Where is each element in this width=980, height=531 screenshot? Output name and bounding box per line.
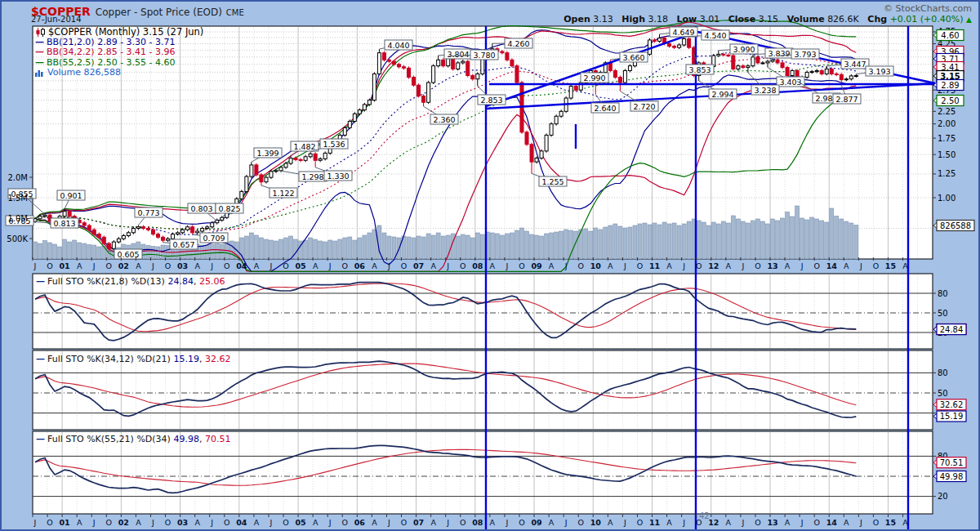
svg-text:0.803: 0.803 [190, 204, 212, 213]
sto3-swatch: — [36, 434, 45, 444]
svg-text:4.60: 4.60 [941, 31, 959, 40]
svg-text:J: J [33, 261, 37, 270]
svg-text:1.50: 1.50 [938, 150, 956, 159]
svg-text:A: A [608, 518, 613, 527]
svg-text:03: 03 [177, 518, 188, 527]
svg-text:1.399: 1.399 [256, 149, 278, 158]
svg-text:A: A [726, 261, 732, 270]
svg-text:1.255: 1.255 [541, 177, 564, 186]
svg-text:O: O [401, 261, 407, 270]
chart-canvas: 0.8550.9010.7850.8130.7730.6050.6570.709… [2, 2, 980, 531]
svg-text:A: A [372, 261, 377, 270]
svg-text:A: A [902, 261, 908, 270]
svg-text:O: O [873, 261, 879, 270]
svg-text:J: J [151, 261, 154, 270]
svg-text:02: 02 [118, 518, 129, 527]
svg-text:2.994: 2.994 [711, 90, 733, 99]
svg-text:1.330: 1.330 [327, 172, 349, 181]
up-arrow-icon: ▲ [966, 16, 972, 24]
svg-text:O: O [342, 261, 348, 270]
svg-text:O: O [755, 261, 760, 270]
svg-text:O: O [637, 518, 643, 527]
svg-text:3.193: 3.193 [868, 67, 890, 76]
svg-text:80: 80 [938, 368, 948, 377]
svg-text:J: J [328, 261, 332, 270]
svg-text:J: J [564, 261, 568, 270]
svg-text:14: 14 [826, 261, 838, 270]
svg-text:O: O [577, 518, 583, 527]
svg-text:O: O [165, 518, 171, 527]
svg-text:O: O [47, 261, 52, 270]
sto1-k-value: 24.84 [167, 276, 194, 287]
sto3-title: Full STO %K(55,21) %D(34) [47, 434, 171, 444]
svg-text:A: A [844, 518, 849, 527]
svg-text:0.825: 0.825 [218, 204, 240, 213]
svg-text:3.990: 3.990 [733, 45, 755, 54]
svg-text:A: A [785, 261, 791, 270]
open-label: Open [564, 14, 590, 25]
svg-text:O: O [106, 261, 112, 270]
svg-text:A: A [77, 518, 82, 527]
close-label: Close [728, 14, 755, 25]
candlestick-icon [35, 28, 46, 37]
svg-text:O: O [47, 518, 52, 527]
svg-text:O: O [224, 261, 229, 270]
svg-text:A: A [313, 261, 318, 270]
sto2-legend: —Full STO %K(34,12) %D(21) 15.19, 32.62 [36, 354, 230, 364]
sto1-title: Full STO %K(21,8) %D(13) [47, 276, 165, 287]
svg-text:3.660: 3.660 [622, 53, 644, 62]
svg-text:J: J [270, 261, 273, 270]
svg-text:826588: 826588 [940, 221, 971, 230]
sto3-d-value: 70.51 [205, 434, 231, 444]
svg-text:J: J [741, 518, 744, 527]
svg-text:J: J [151, 518, 154, 527]
sto2-d-value: 32.62 [205, 354, 231, 364]
svg-text:04: 04 [236, 261, 247, 270]
svg-text:A: A [254, 518, 260, 527]
svg-text:1.122: 1.122 [272, 189, 294, 198]
svg-text:10: 10 [590, 261, 602, 270]
svg-text:J: J [859, 518, 862, 527]
svg-text:A: A [430, 518, 436, 527]
sto2-swatch: — [36, 354, 45, 364]
exchange-label: CME [226, 8, 244, 17]
svg-text:50: 50 [938, 389, 948, 398]
svg-text:O: O [106, 518, 112, 527]
svg-text:2.0M: 2.0M [7, 173, 28, 182]
svg-text:13: 13 [767, 261, 777, 270]
svg-text:A: A [372, 518, 377, 527]
svg-text:J: J [33, 518, 37, 527]
sto1-d-value: 25.06 [199, 276, 225, 287]
svg-text:0.901: 0.901 [60, 191, 82, 200]
svg-text:O: O [637, 261, 643, 270]
svg-text:1.536: 1.536 [323, 140, 345, 149]
svg-text:2.25: 2.25 [938, 107, 956, 116]
sto3-k-value: 49.98 [173, 434, 199, 444]
volume-label: Volume [787, 14, 825, 25]
svg-text:A: A [254, 261, 260, 270]
svg-text:4.540: 4.540 [704, 31, 726, 40]
chg-label: Chg [867, 14, 887, 25]
svg-text:A: A [430, 261, 436, 270]
svg-text:A: A [136, 261, 141, 270]
svg-text:J: J [623, 261, 626, 270]
svg-text:J: J [92, 261, 96, 270]
svg-text:O: O [519, 518, 524, 527]
svg-text:06: 06 [354, 518, 366, 527]
svg-text:2.00: 2.00 [938, 119, 956, 128]
svg-text:J: J [92, 518, 96, 527]
svg-text:A: A [490, 518, 496, 527]
sto2-sep: , [199, 354, 205, 364]
sto2-title: Full STO %K(34,12) %D(21) [47, 354, 171, 364]
svg-text:J: J [800, 518, 804, 527]
svg-text:O: O [519, 261, 524, 270]
svg-text:4.649: 4.649 [672, 28, 694, 37]
svg-text:80: 80 [938, 289, 948, 298]
svg-text:O: O [401, 518, 407, 527]
svg-text:2.89: 2.89 [941, 81, 959, 90]
svg-text:08: 08 [472, 518, 483, 527]
svg-text:15: 15 [885, 518, 896, 527]
svg-text:500K: 500K [7, 234, 28, 243]
svg-text:J: J [446, 518, 449, 527]
svg-text:12: 12 [708, 518, 719, 527]
